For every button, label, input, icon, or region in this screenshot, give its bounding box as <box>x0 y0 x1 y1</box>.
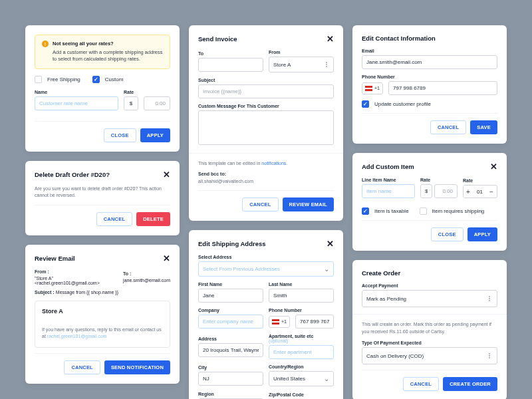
flag-icon <box>365 86 372 91</box>
accept-payment-select[interactable]: Mark as Pending <box>362 290 497 307</box>
payment-type-select[interactable]: Cash on Delivery (COD) <box>362 347 497 364</box>
close-icon[interactable]: ✕ <box>163 254 170 263</box>
minus-icon: − <box>487 186 496 198</box>
close-icon[interactable]: ✕ <box>327 239 334 248</box>
send-notification-button[interactable]: SEND NOTIFICATION <box>104 360 170 374</box>
review-email-modal: Review Email✕ From :"Store A" <rachel.gr… <box>25 245 180 384</box>
currency-input[interactable] <box>124 96 138 110</box>
close-icon[interactable]: ✕ <box>490 162 497 171</box>
delete-body: Are you sure you want to delete draft or… <box>35 186 170 200</box>
modal-title: Create Order <box>362 269 497 277</box>
modal-title: Send Invoice <box>198 35 237 43</box>
cancel-button[interactable]: CANCEL <box>64 360 100 374</box>
dots-icon <box>485 350 494 361</box>
quantity-stepper[interactable]: +01− <box>463 185 497 198</box>
rate-input[interactable] <box>434 184 458 198</box>
custom-option[interactable]: Custom <box>92 76 124 83</box>
edit-contact-modal: Edit Contact Information Email Phone Num… <box>352 25 507 144</box>
order-note: This will create an order. Mark this ord… <box>362 321 497 335</box>
country-select[interactable]: United States <box>269 371 334 386</box>
modal-title: Edit Contact Information <box>362 35 497 42</box>
company-input[interactable] <box>198 315 263 329</box>
close-button[interactable]: CLOSE <box>431 227 464 241</box>
alert-title: Not seeing all your rates? <box>53 41 163 48</box>
close-button[interactable]: CLOSE <box>104 128 136 142</box>
dots-icon <box>322 59 331 70</box>
shipping-rates-modal: ! Not seeing all your rates?Add a custom… <box>25 25 180 152</box>
currency-input[interactable] <box>420 184 432 198</box>
store-name: Store A <box>42 308 163 315</box>
to-input[interactable] <box>198 58 263 72</box>
free-shipping-option[interactable]: Free Shipping <box>35 76 80 83</box>
apply-button[interactable]: APPLY <box>467 227 497 241</box>
first-name-input[interactable] <box>198 289 263 303</box>
edit-shipping-modal: Edit Shipping Address✕ Select AddressSel… <box>189 230 343 399</box>
close-icon[interactable]: ✕ <box>327 35 334 43</box>
warning-icon: ! <box>42 41 49 47</box>
modal-title: Review Email <box>35 255 75 262</box>
email-input[interactable] <box>362 55 497 69</box>
from-select[interactable]: Store A <box>269 57 334 72</box>
cancel-button[interactable]: CANCEL <box>403 377 439 391</box>
modal-title: Delete Draft Order #D20? <box>35 171 110 178</box>
create-order-button[interactable]: CREATE ORDER <box>443 377 497 391</box>
flag-icon <box>272 319 279 325</box>
last-name-input[interactable] <box>269 289 334 303</box>
delete-draft-modal: Delete Draft Order #D20?✕ Are you sure y… <box>25 161 180 235</box>
bcc-value: ali.shahid@vaivaltech.com <box>198 178 334 186</box>
modal-title: Add Custom Item <box>362 163 414 170</box>
cancel-button[interactable]: CANCEL <box>96 212 132 226</box>
subject-value: Message from {{ shop.name }} <box>56 290 118 295</box>
apartment-input[interactable] <box>269 345 334 359</box>
create-order-modal: Create Order Accept PaymentMark as Pendi… <box>352 260 507 399</box>
rate-input[interactable] <box>144 96 170 110</box>
apply-button[interactable]: APPLY <box>140 128 170 142</box>
item-name-input[interactable] <box>362 184 415 198</box>
cancel-button[interactable]: CANCEL <box>430 120 466 134</box>
address-input[interactable] <box>198 343 263 357</box>
phone-input[interactable] <box>388 81 497 95</box>
from-value: "Store A" <rachel.green101@gmail.com> <box>35 276 103 285</box>
country-code[interactable]: +1 <box>269 316 290 328</box>
save-button[interactable]: SAVE <box>470 120 497 134</box>
phone-input[interactable] <box>295 315 334 329</box>
modal-title: Edit Shipping Address <box>198 240 266 247</box>
email-preview: Store A If you have any questions, reply… <box>35 301 170 348</box>
dots-icon <box>485 293 494 304</box>
rates-alert: ! Not seeing all your rates?Add a custom… <box>35 35 170 69</box>
to-value: jane.smith@email.com <box>123 278 170 283</box>
rate-name-input[interactable] <box>35 96 118 110</box>
review-email-button[interactable]: REVIEW EMAIL <box>283 198 334 211</box>
update-profile-checkbox[interactable]: Update customer profile <box>362 100 497 108</box>
add-custom-item-modal: Add Custom Item✕ Line Item Name Rate Rat… <box>352 153 507 251</box>
city-input[interactable] <box>198 372 263 386</box>
send-invoice-modal: Send Invoice✕ To FromStore A Subject Cus… <box>189 25 343 221</box>
alert-body: Add a customer with a complete shipping … <box>53 49 163 63</box>
requires-shipping-checkbox[interactable]: Item requires shipping <box>420 207 485 215</box>
country-code[interactable]: +1 <box>362 82 383 94</box>
address-select[interactable]: Select From Previous Addresses <box>198 261 334 277</box>
notifications-link[interactable]: notifications. <box>261 161 287 166</box>
subject-input[interactable] <box>198 84 334 98</box>
close-icon[interactable]: ✕ <box>163 170 170 179</box>
plus-icon: + <box>464 186 473 198</box>
delete-button[interactable]: DELETE <box>136 212 170 226</box>
cancel-button[interactable]: CANCEL <box>242 198 278 211</box>
contact-email: rachel.green101@gmail.com <box>47 334 107 338</box>
taxable-checkbox[interactable]: Item is taxable <box>362 207 409 215</box>
message-textarea[interactable] <box>198 110 334 145</box>
